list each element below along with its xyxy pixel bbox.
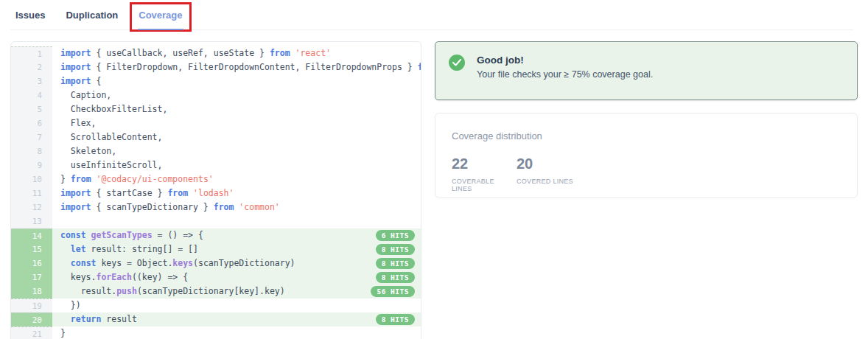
stat-value: 20	[517, 155, 581, 172]
line-number: 2	[11, 60, 52, 74]
code-token: forEach	[96, 272, 131, 282]
stat-value: 22	[452, 155, 517, 172]
code-line: 6 Flex,	[11, 116, 421, 130]
stat-covered-lines: 20COVERED LINES	[517, 155, 581, 192]
line-number: 13	[11, 214, 52, 228]
code-token: {	[91, 76, 102, 86]
coverage-goal-panel: Good job! Your file checks your ≥ 75% co…	[435, 41, 858, 100]
code-token: useInfiniteScroll,	[60, 160, 162, 170]
code-line: 13	[11, 214, 421, 228]
code-token: keys	[172, 258, 193, 268]
tab-duplication[interactable]: Duplication	[65, 8, 119, 29]
tabs-bar: IssuesDuplicationCoverage	[10, 0, 853, 30]
goal-subtitle: Your file checks your ≥ 75% coverage goa…	[477, 69, 653, 80]
code-text: import { scanTypeDictionary } from 'comm…	[52, 200, 421, 214]
code-text: const getScanTypes = () => {	[52, 228, 376, 242]
annotation-red-box	[130, 2, 191, 32]
code-token: 'react'	[295, 48, 331, 58]
stat-label: COVERED LINES	[517, 178, 581, 185]
code-token: push	[116, 286, 137, 296]
code-text: import { useCallback, useRef, useState }…	[52, 46, 421, 60]
code-line: 11import { startCase } from 'lodash'	[11, 186, 421, 200]
code-text: const keys = Object.keys(scanTypeDiction…	[52, 256, 376, 270]
line-number: 18	[11, 284, 52, 298]
code-token: (scanTypeDictionary)	[193, 258, 295, 268]
line-number: 5	[11, 102, 52, 116]
code-token	[60, 314, 71, 324]
goal-title: Good job!	[477, 55, 653, 66]
code-line: 15 let result: string[] = []8 HITS	[11, 242, 421, 256]
code-text: keys.forEach((key) => {	[52, 270, 376, 284]
line-number: 14	[11, 228, 52, 242]
code-line: 8 Skeleton,	[11, 144, 421, 158]
line-number: 12	[11, 200, 52, 214]
hits-badge: 8 HITS	[376, 258, 415, 269]
code-token: 'lodash'	[193, 188, 234, 198]
line-number: 11	[11, 186, 52, 200]
line-number: 17	[11, 270, 52, 284]
line-number: 16	[11, 256, 52, 270]
code-token	[290, 48, 295, 58]
code-body: 1import { useCallback, useRef, useState …	[11, 46, 421, 339]
line-number: 3	[11, 74, 52, 88]
stats-row: 22COVERABLE LINES20COVERED LINES	[452, 155, 841, 192]
code-token: Flex,	[60, 118, 96, 128]
code-token: CheckboxFilterList,	[60, 104, 167, 114]
code-token: 'common'	[239, 202, 279, 212]
code-text: import {	[52, 74, 421, 88]
code-text: Flex,	[52, 116, 421, 130]
code-token: import	[60, 62, 91, 72]
code-text: import { FilterDropdown, FilterDropdownC…	[52, 60, 421, 74]
check-circle-icon	[449, 55, 465, 71]
code-token: keys.	[60, 272, 96, 282]
tab-issues[interactable]: Issues	[15, 8, 46, 29]
code-token: import	[60, 188, 91, 198]
line-number: 4	[11, 88, 52, 102]
hits-badge: 8 HITS	[376, 244, 415, 255]
code-line: 5 CheckboxFilterList,	[11, 102, 421, 116]
code-line: 16 const keys = Object.keys(scanTypeDict…	[11, 256, 421, 270]
code-token: = () => {	[153, 230, 203, 240]
code-text: result.push(scanTypeDictionary[key].key)	[52, 284, 371, 298]
code-text: Caption,	[52, 88, 421, 102]
tab-coverage[interactable]: Coverage	[138, 8, 183, 29]
hits-badge: 8 HITS	[376, 272, 415, 283]
code-text: CheckboxFilterList,	[52, 102, 421, 116]
code-token	[91, 174, 97, 184]
code-token: from	[418, 62, 421, 72]
main-content: 1import { useCallback, useRef, useState …	[10, 41, 858, 339]
code-line: 9 useInfiniteScroll,	[11, 158, 421, 172]
checkmark-icon	[452, 59, 461, 66]
code-token: { scanTypeDictionary }	[91, 202, 214, 212]
code-line: 14const getScanTypes = () => {6 HITS	[11, 228, 421, 242]
line-number: 6	[11, 116, 52, 130]
line-number: 21	[11, 326, 52, 339]
code-token: keys = Object.	[96, 258, 172, 268]
code-text: import { startCase } from 'lodash'	[52, 186, 421, 200]
code-line: 7 ScrollableContent,	[11, 130, 421, 144]
line-number: 10	[11, 172, 52, 186]
code-token	[60, 244, 71, 254]
code-line: 10} from '@codacy/ui-components'	[11, 172, 421, 186]
code-text: return result	[52, 312, 376, 326]
code-text: } from '@codacy/ui-components'	[52, 172, 421, 186]
code-token: import	[60, 76, 91, 86]
code-text: useInfiniteScroll,	[52, 158, 421, 172]
code-token: ScrollableContent,	[60, 132, 162, 142]
code-token: })	[60, 300, 81, 310]
code-token: (scanTypeDictionary[key].key)	[137, 286, 285, 296]
code-text: Skeleton,	[52, 144, 421, 158]
code-line: 19 })	[11, 298, 421, 312]
line-number: 20	[11, 312, 52, 326]
code-token: Skeleton,	[60, 146, 116, 156]
code-line: 1import { useCallback, useRef, useState …	[11, 46, 421, 60]
code-token: const	[71, 258, 97, 268]
code-token: }	[60, 174, 71, 184]
code-token: from	[167, 188, 188, 198]
code-text: })	[52, 298, 421, 312]
code-text: }	[52, 326, 421, 339]
code-token: import	[60, 48, 91, 58]
code-line: 17 keys.forEach((key) => {8 HITS	[11, 270, 421, 284]
line-number: 1	[11, 46, 52, 60]
code-line: 4 Caption,	[11, 88, 421, 102]
